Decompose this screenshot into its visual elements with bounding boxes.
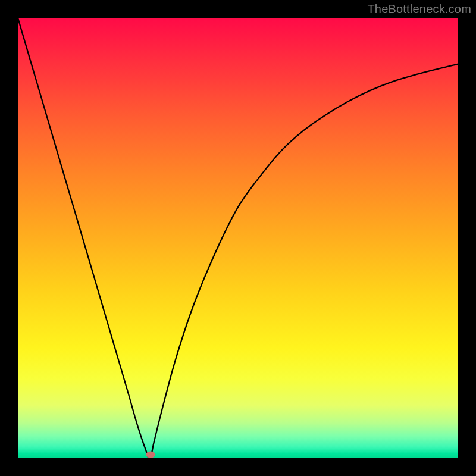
bottleneck-curve: [18, 18, 458, 458]
chart-canvas: TheBottleneck.com: [0, 0, 476, 476]
minimum-point-marker: [146, 452, 155, 458]
plot-area: [18, 18, 458, 458]
curve-line: [18, 18, 458, 458]
attribution-text: TheBottleneck.com: [367, 2, 471, 16]
